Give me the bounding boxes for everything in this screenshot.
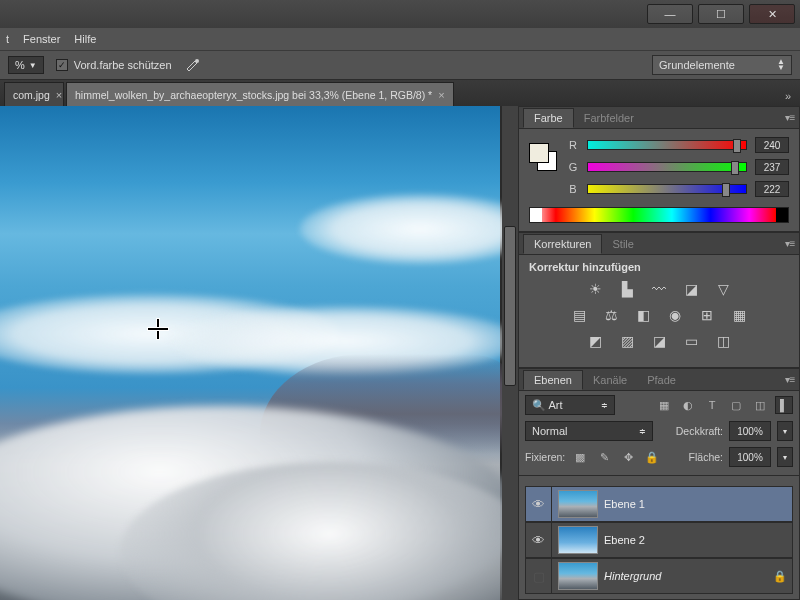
chevron-down-icon: ▼ <box>29 61 37 70</box>
filter-type-icon[interactable]: T <box>703 396 721 414</box>
color-swatches[interactable] <box>529 143 557 171</box>
lock-icon: 🔒 <box>768 570 792 583</box>
layer-thumbnail[interactable] <box>558 490 598 518</box>
vibrance-icon[interactable]: ▽ <box>712 279 734 299</box>
filter-smart-icon[interactable]: ◫ <box>751 396 769 414</box>
selective-color-icon[interactable]: ◫ <box>712 331 734 351</box>
hue-sat-icon[interactable]: ▤ <box>568 305 590 325</box>
opacity-arrow[interactable]: ▾ <box>777 421 793 441</box>
filter-adjust-icon[interactable]: ◐ <box>679 396 697 414</box>
filter-toggle[interactable]: ▌ <box>775 396 793 414</box>
document-tab-0[interactable]: com.jpg× <box>4 82 64 106</box>
g-slider[interactable] <box>587 162 747 172</box>
lock-all-icon[interactable]: 🔒 <box>643 448 661 466</box>
layer-name[interactable]: Ebene 2 <box>604 534 792 546</box>
svg-point-0 <box>195 59 199 63</box>
workspace-dropdown[interactable]: Grundelemente ▲▼ <box>652 55 792 75</box>
check-icon: ✓ <box>56 59 68 71</box>
r-slider[interactable] <box>587 140 747 150</box>
visibility-icon[interactable]: 👁 <box>526 523 552 557</box>
posterize-icon[interactable]: ▨ <box>616 331 638 351</box>
filter-pixel-icon[interactable]: ▦ <box>655 396 673 414</box>
lock-paint-icon[interactable]: ✎ <box>595 448 613 466</box>
color-balance-icon[interactable]: ⚖ <box>600 305 622 325</box>
gradient-map-icon[interactable]: ▭ <box>680 331 702 351</box>
adjustments-header: Korrektur hinzufügen <box>529 261 789 273</box>
vertical-scrollbar[interactable] <box>502 106 518 600</box>
fill-value[interactable]: 100% <box>729 447 771 467</box>
photo-filter-icon[interactable]: ◉ <box>664 305 686 325</box>
tab-pfade[interactable]: Pfade <box>637 371 686 389</box>
color-panel: Farbe Farbfelder ▾≡ R 240 G <box>518 106 800 232</box>
collapse-panels-icon[interactable]: » <box>778 86 798 106</box>
image-content <box>300 194 518 264</box>
close-button[interactable]: ✕ <box>749 4 795 24</box>
panel-menu-icon[interactable]: ▾≡ <box>781 371 799 389</box>
tab-farbe[interactable]: Farbe <box>523 108 574 128</box>
foreground-swatch[interactable] <box>529 143 549 163</box>
canvas[interactable] <box>0 106 500 600</box>
fill-label: Fläche: <box>689 451 723 463</box>
tab-korrekturen[interactable]: Korrekturen <box>523 234 602 254</box>
protect-foreground-checkbox[interactable]: ✓ Vord.farbe schützen <box>56 59 172 71</box>
menu-item-truncated[interactable]: t <box>6 33 9 45</box>
tab-farbfelder[interactable]: Farbfelder <box>574 109 644 127</box>
fill-arrow[interactable]: ▾ <box>777 447 793 467</box>
b-value[interactable]: 222 <box>755 181 789 197</box>
threshold-icon[interactable]: ◪ <box>648 331 670 351</box>
layer-name[interactable]: Ebene 1 <box>604 498 792 510</box>
tab-kanaele[interactable]: Kanäle <box>583 371 637 389</box>
close-tab-icon[interactable]: × <box>438 89 444 101</box>
layer-filter-dropdown[interactable]: 🔍 Art≑ <box>525 395 615 415</box>
brightness-icon[interactable]: ☀ <box>584 279 606 299</box>
brush-settings-icon[interactable] <box>184 56 202 74</box>
bw-icon[interactable]: ◧ <box>632 305 654 325</box>
panel-menu-icon[interactable]: ▾≡ <box>781 109 799 127</box>
curves-icon[interactable]: 〰 <box>648 279 670 299</box>
color-lookup-icon[interactable]: ▦ <box>728 305 750 325</box>
b-slider[interactable] <box>587 184 747 194</box>
filter-shape-icon[interactable]: ▢ <box>727 396 745 414</box>
g-label: G <box>567 161 579 173</box>
minimize-button[interactable]: — <box>647 4 693 24</box>
tab-stile[interactable]: Stile <box>602 235 643 253</box>
options-bar: %▼ ✓ Vord.farbe schützen Grundelemente ▲… <box>0 50 800 80</box>
titlebar: — ☐ ✕ <box>0 0 800 28</box>
r-value[interactable]: 240 <box>755 137 789 153</box>
maximize-button[interactable]: ☐ <box>698 4 744 24</box>
visibility-icon[interactable]: ▢ <box>526 559 552 593</box>
lock-label: Fixieren: <box>525 451 565 463</box>
invert-icon[interactable]: ◩ <box>584 331 606 351</box>
layer-ebene-1[interactable]: 👁 Ebene 1 <box>525 486 793 522</box>
layer-thumbnail[interactable] <box>558 526 598 554</box>
visibility-icon[interactable]: 👁 <box>526 487 552 521</box>
color-spectrum[interactable] <box>529 207 789 223</box>
menu-hilfe[interactable]: Hilfe <box>74 33 96 45</box>
opacity-label: Deckkraft: <box>676 425 723 437</box>
tab-ebenen[interactable]: Ebenen <box>523 370 583 390</box>
layer-thumbnail[interactable] <box>558 562 598 590</box>
g-value[interactable]: 237 <box>755 159 789 175</box>
canvas-area[interactable] <box>0 106 518 600</box>
protect-foreground-label: Vord.farbe schützen <box>74 59 172 71</box>
scrollbar-thumb[interactable] <box>504 226 516 386</box>
menu-fenster[interactable]: Fenster <box>23 33 60 45</box>
document-tabs: com.jpg× himmel_wolken_by_archaeopteryx_… <box>0 80 800 106</box>
exposure-icon[interactable]: ◪ <box>680 279 702 299</box>
channel-mixer-icon[interactable]: ⊞ <box>696 305 718 325</box>
blend-mode-dropdown[interactable]: Normal≑ <box>525 421 653 441</box>
lock-transparency-icon[interactable]: ▩ <box>571 448 589 466</box>
lock-position-icon[interactable]: ✥ <box>619 448 637 466</box>
layer-name[interactable]: Hintergrund <box>604 570 768 582</box>
b-label: B <box>567 183 579 195</box>
panel-menu-icon[interactable]: ▾≡ <box>781 235 799 253</box>
opacity-value[interactable]: 100% <box>729 421 771 441</box>
layer-ebene-2[interactable]: 👁 Ebene 2 <box>525 522 793 558</box>
opacity-field[interactable]: %▼ <box>8 56 44 74</box>
document-tab-1[interactable]: himmel_wolken_by_archaeopteryx_stocks.jp… <box>66 82 454 106</box>
levels-icon[interactable]: ▙ <box>616 279 638 299</box>
adjustments-panel: Korrekturen Stile ▾≡ Korrektur hinzufüge… <box>518 232 800 368</box>
right-panels: Farbe Farbfelder ▾≡ R 240 G <box>518 106 800 600</box>
layer-background[interactable]: ▢ Hintergrund 🔒 <box>525 558 793 594</box>
close-tab-icon[interactable]: × <box>56 89 62 101</box>
